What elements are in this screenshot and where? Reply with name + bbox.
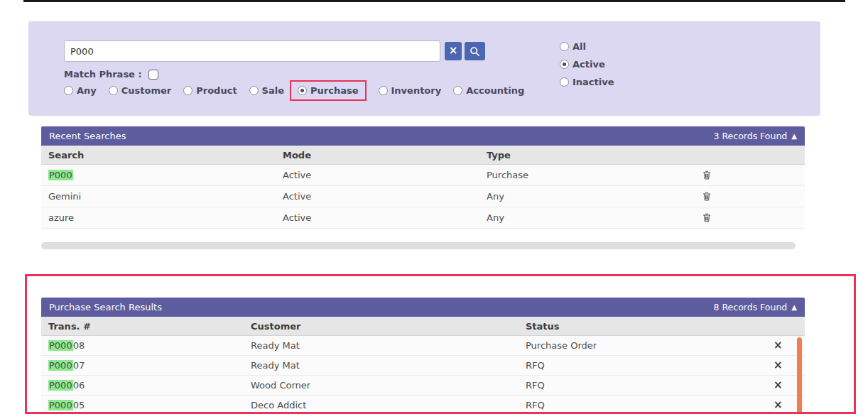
trans-suffix: 05 [73, 400, 85, 410]
purchase-results-header[interactable]: Purchase Search Results 8 Records Found … [41, 298, 805, 317]
column-search[interactable]: Search [41, 150, 276, 160]
category-radio-group: Any Customer Product Sale Purchase Inven… [64, 85, 536, 96]
delete-search-button[interactable] [700, 190, 714, 202]
column-trans-number[interactable]: Trans. # [41, 321, 244, 332]
purchase-table-header: Trans. # Customer Status [41, 317, 805, 336]
purchase-records-count: 8 Records Found [714, 302, 788, 312]
remove-result-button[interactable]: × [771, 379, 786, 392]
status-radio-group: All Active Inactive [560, 41, 626, 87]
table-row: azure Active Any [41, 207, 805, 229]
trans-highlight: P000 [48, 360, 73, 371]
delete-search-button[interactable] [700, 212, 714, 224]
table-row: P00008 Ready Mat Purchase Order × [41, 336, 805, 356]
trans-number: P00007 [41, 360, 244, 371]
close-icon: × [774, 400, 783, 410]
trans-suffix: 07 [73, 360, 85, 371]
sort-asc-icon: ▲ [791, 304, 797, 311]
delete-search-button[interactable] [700, 169, 714, 181]
close-icon: × [774, 340, 783, 351]
radio-all[interactable]: All [560, 41, 614, 52]
radio-inventory-label: Inventory [391, 85, 442, 96]
remove-result-button[interactable]: × [771, 359, 786, 372]
radio-inactive-label: Inactive [573, 77, 614, 87]
customer-value: Wood Corner [244, 380, 519, 391]
match-phrase-label: Match Phrase : [64, 69, 142, 80]
column-mode[interactable]: Mode [276, 150, 479, 160]
type-value: Purchase [479, 170, 693, 180]
radio-product[interactable]: Product [183, 85, 237, 96]
purchase-results-title: Purchase Search Results [49, 302, 162, 312]
trans-suffix: 06 [73, 380, 85, 391]
trans-number: P00008 [41, 340, 244, 351]
recent-records-count: 3 Records Found [714, 131, 788, 141]
search-input[interactable] [64, 40, 440, 62]
table-row: Gemini Active Any [41, 186, 805, 207]
mode-value: Active [276, 191, 479, 202]
radio-sale[interactable]: Sale [249, 85, 284, 96]
purchase-results-callout: Purchase Search Results 8 Records Found … [25, 274, 856, 414]
trans-number: P00006 [41, 380, 244, 391]
radio-inventory[interactable]: Inventory [379, 85, 442, 96]
table-row: P00007 Ready Mat RFQ × [41, 356, 805, 376]
search-term-highlighted: P000 [48, 170, 73, 180]
radio-icon [249, 86, 259, 95]
trans-suffix: 08 [73, 340, 85, 351]
search-term: azure [41, 212, 276, 223]
status-value: RFQ [519, 380, 764, 391]
customer-value: Ready Mat [244, 360, 519, 371]
trash-icon [702, 170, 711, 180]
radio-checked-icon [560, 60, 569, 69]
radio-icon [560, 42, 569, 51]
radio-any-label: Any [77, 85, 97, 96]
search-panel: × Match Phrase : Any Customer Product Sa… [28, 21, 820, 116]
mode-value: Active [276, 170, 479, 180]
trans-highlight: P000 [48, 380, 73, 391]
search-button[interactable] [465, 42, 485, 60]
column-status[interactable]: Status [519, 321, 764, 332]
radio-customer[interactable]: Customer [109, 85, 171, 96]
radio-purchase-label: Purchase [310, 85, 358, 96]
column-type[interactable]: Type [479, 150, 693, 160]
purchase-results-panel: Purchase Search Results 8 Records Found … [41, 298, 805, 414]
radio-checked-icon [298, 86, 307, 95]
purchase-records-found[interactable]: 8 Records Found ▲ [714, 302, 797, 312]
vertical-scrollbar[interactable] [797, 337, 802, 414]
radio-purchase[interactable]: Purchase [298, 85, 358, 96]
recent-searches-header[interactable]: Recent Searches 3 Records Found ▲ [41, 126, 805, 146]
horizontal-scrollbar[interactable] [41, 242, 796, 249]
trans-highlight: P000 [48, 340, 73, 351]
type-value: Any [479, 212, 693, 223]
radio-active[interactable]: Active [560, 59, 614, 70]
status-value: RFQ [519, 400, 764, 410]
recent-searches-panel: Recent Searches 3 Records Found ▲ Search… [41, 126, 805, 229]
radio-icon [64, 86, 73, 95]
column-customer[interactable]: Customer [244, 321, 519, 332]
radio-inactive[interactable]: Inactive [560, 77, 614, 87]
customer-value: Ready Mat [244, 340, 519, 351]
mode-value: Active [276, 212, 479, 223]
radio-active-label: Active [573, 59, 605, 70]
close-icon: × [774, 380, 783, 391]
recent-searches-title: Recent Searches [49, 131, 126, 141]
match-phrase-checkbox[interactable] [148, 70, 158, 80]
status-value: RFQ [519, 360, 764, 371]
search-icon [470, 46, 480, 57]
radio-any[interactable]: Any [64, 85, 97, 96]
close-icon: × [449, 44, 458, 57]
remove-result-button[interactable]: × [771, 398, 786, 412]
radio-accounting[interactable]: Accounting [453, 85, 524, 96]
recent-records-found[interactable]: 3 Records Found ▲ [714, 131, 797, 141]
radio-accounting-label: Accounting [466, 85, 524, 96]
radio-customer-label: Customer [121, 85, 171, 96]
radio-icon [379, 86, 388, 95]
radio-icon [453, 86, 462, 95]
status-value: Purchase Order [519, 340, 764, 351]
clear-search-button[interactable]: × [445, 42, 462, 60]
radio-icon [109, 86, 118, 95]
recent-table-header: Search Mode Type [41, 146, 805, 165]
match-phrase-row: Match Phrase : [64, 69, 158, 80]
radio-all-label: All [573, 41, 586, 52]
purchase-radio-callout: Purchase [290, 80, 366, 101]
remove-result-button[interactable]: × [771, 339, 786, 352]
close-icon: × [774, 360, 783, 371]
